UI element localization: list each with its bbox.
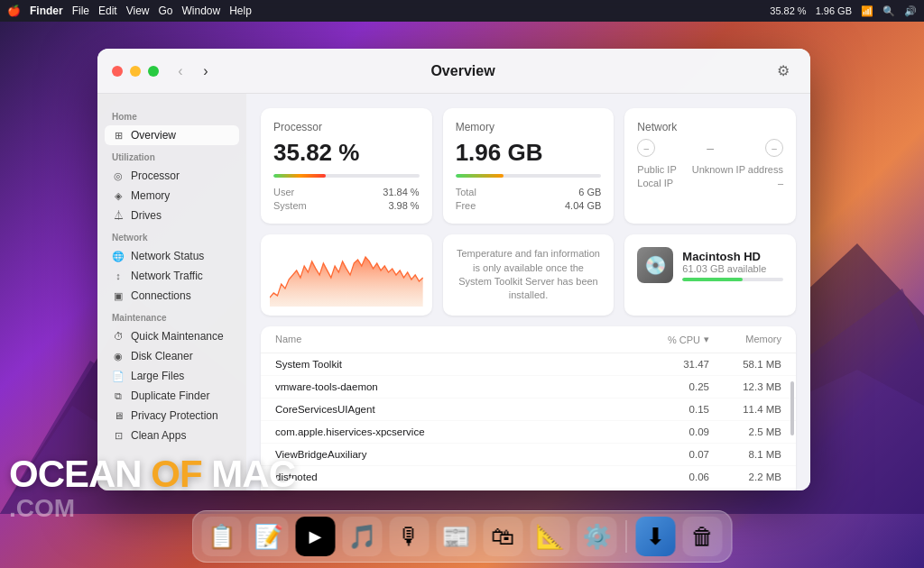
processor-card: Processor 35.82 % User 31.84 % System [261, 108, 432, 224]
settings-button[interactable]: ⚙ [771, 59, 796, 84]
process-name: vmware-tools-daemon [275, 381, 628, 392]
processor-user-value: 31.84 % [383, 187, 419, 197]
dock-icon-music[interactable]: 🎵 [343, 517, 383, 556]
clean-apps-label: Clean Apps [131, 429, 186, 442]
sidebar-item-clean-apps[interactable]: ⊡ Clean Apps [105, 426, 239, 445]
view-menu[interactable]: View [126, 5, 150, 17]
sidebar-item-network-status[interactable]: 🌐 Network Status [105, 246, 239, 266]
network-icons-row: – – – [637, 139, 783, 157]
sidebar-item-memory[interactable]: ◈ Memory [105, 186, 239, 206]
grid-icon: ⊞ [112, 130, 125, 142]
edit-menu[interactable]: Edit [98, 5, 117, 17]
processor-user-label: User [273, 187, 294, 197]
dock-icon-system-prefs[interactable]: ⚙️ [578, 517, 617, 556]
finder-menu[interactable]: Finder [30, 5, 63, 17]
top-cards-row: Processor 35.82 % User 31.84 % System [261, 108, 796, 224]
privacy-protection-label: Privacy Protection [131, 409, 218, 422]
forward-button[interactable]: › [195, 60, 217, 82]
memory-icon: ◈ [112, 190, 125, 202]
col-memory-header: Memory [709, 334, 781, 345]
sidebar-item-overview[interactable]: ⊞ Overview [105, 125, 239, 145]
process-cpu: 0.15 [628, 404, 709, 415]
sidebar-item-drives[interactable]: ⏃ Drives [105, 206, 239, 225]
network-status-label: Network Status [131, 250, 204, 262]
siri-icon[interactable]: 🔊 [904, 5, 917, 17]
process-memory: 11.4 MB [709, 404, 781, 415]
menubar: 🍎 Finder File Edit View Go Window Help 3… [0, 0, 924, 22]
help-menu[interactable]: Help [229, 5, 252, 17]
row2: Temperature and fan information is only … [261, 234, 796, 316]
clean-apps-icon: ⊡ [112, 430, 125, 442]
dock-icon-trash[interactable]: 🗑 [683, 517, 723, 556]
sidebar-item-privacy-protection[interactable]: 🖥 Privacy Protection [105, 406, 239, 426]
back-button[interactable]: ‹ [170, 60, 191, 82]
memory-card: Memory 1.96 GB Total 6 GB Free [443, 108, 614, 224]
window-title: Overview [227, 63, 698, 79]
drive-info: Macintosh HD 61.03 GB available [682, 250, 783, 281]
large-files-label: Large Files [131, 370, 184, 382]
table-row: CoreServicesUIAgent 0.15 11.4 MB [261, 399, 796, 421]
minimize-button[interactable] [130, 66, 141, 77]
dock-icon-downloads[interactable]: ⬇ [636, 517, 676, 556]
sidebar-item-large-files[interactable]: 📄 Large Files [105, 366, 239, 386]
drive-progress-fill [682, 278, 743, 281]
quick-maintenance-label: Quick Maintenance [131, 330, 224, 343]
wifi-icon: 📶 [861, 5, 873, 17]
disk-cleaner-icon: ◉ [112, 351, 125, 362]
col-name-header: Name [275, 334, 628, 345]
table-row: vmware-tools-daemon 0.25 12.3 MB [261, 376, 796, 399]
overview-label: Overview [131, 129, 176, 142]
process-cpu: 0.06 [628, 472, 709, 482]
sidebar-item-connections[interactable]: ▣ Connections [105, 286, 239, 306]
go-menu[interactable]: Go [159, 5, 173, 17]
processor-system-value: 3.98 % [388, 200, 419, 211]
local-ip-label: Local IP [637, 178, 673, 188]
process-cpu: 0.25 [628, 381, 709, 392]
sidebar-item-quick-maintenance[interactable]: ⏱ Quick Maintenance [105, 326, 239, 346]
apple-menu-icon[interactable]: 🍎 [7, 5, 21, 17]
process-memory: 58.1 MB [709, 359, 781, 370]
local-ip-value: – [778, 178, 783, 188]
main-content: Processor 35.82 % User 31.84 % System [246, 94, 810, 490]
maximize-button[interactable] [148, 66, 159, 77]
memory-progress-fill [456, 174, 504, 178]
process-cpu: 0.09 [628, 426, 709, 437]
dock-icon-reminders[interactable]: 📋 [202, 517, 242, 556]
drive-name: Macintosh HD [682, 250, 783, 263]
dock-icon-podcasts[interactable]: 🎙 [390, 517, 430, 556]
close-button[interactable] [112, 66, 123, 77]
drive-progress-bar [682, 278, 783, 281]
connections-icon: ▣ [112, 290, 125, 302]
table-row: ViewBridgeAuxiliary 0.07 8.1 MB [261, 444, 796, 466]
dock-icon-appstore[interactable]: 🛍 [484, 517, 523, 556]
sidebar: Home ⊞ Overview Utilization ◎ Processor … [97, 94, 246, 490]
drive-inner: 💿 Macintosh HD 61.03 GB available [637, 247, 783, 283]
network-card-title: Network [637, 121, 783, 133]
drive-available: 61.03 GB available [682, 263, 783, 274]
dock-icon-notes[interactable]: 📝 [249, 517, 289, 556]
process-name: distnoted [275, 472, 628, 482]
public-ip-value: Unknown IP address [692, 164, 783, 175]
drives-label: Drives [131, 209, 162, 222]
drive-card: 💿 Macintosh HD 61.03 GB available [624, 234, 796, 316]
sidebar-item-network-traffic[interactable]: ↕ Network Traffic [105, 266, 239, 286]
file-menu[interactable]: File [72, 5, 89, 17]
sidebar-item-processor[interactable]: ◎ Processor [105, 166, 239, 186]
processor-progress-bar [273, 174, 420, 178]
quick-maintenance-icon: ⏱ [112, 331, 125, 342]
window-menu[interactable]: Window [182, 5, 221, 17]
privacy-icon: 🖥 [112, 410, 125, 421]
sidebar-item-duplicate-finder[interactable]: ⧉ Duplicate Finder [105, 386, 239, 406]
network-status-icon: 🌐 [112, 251, 125, 262]
sidebar-item-disk-cleaner[interactable]: ◉ Disk Cleaner [105, 346, 239, 366]
duplicate-finder-label: Duplicate Finder [131, 389, 209, 402]
process-cpu: 31.47 [628, 359, 709, 370]
dock-icon-build[interactable]: 📐 [531, 517, 570, 556]
home-section-label: Home [105, 105, 239, 125]
title-bar: ‹ › Overview ⚙ [97, 49, 810, 94]
dock-icon-appletv[interactable]: ▶ [296, 517, 336, 556]
scroll-indicator [790, 381, 794, 435]
table-row: System Toolkit 31.47 58.1 MB [261, 353, 796, 376]
search-icon[interactable]: 🔍 [882, 5, 895, 17]
dock-icon-news[interactable]: 📰 [437, 517, 476, 556]
